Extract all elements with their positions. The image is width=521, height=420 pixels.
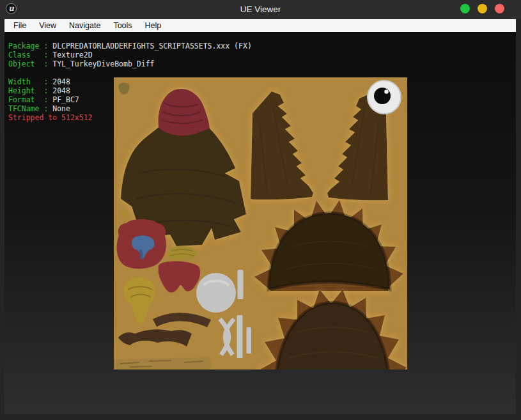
info-value: 2048 xyxy=(52,86,70,95)
window-button-yellow[interactable] xyxy=(478,4,487,13)
info-value: PF_BC7 xyxy=(52,95,79,104)
info-label: TFCName : xyxy=(8,104,52,113)
info-row: Package : DLCPREDATORLADDERFIGHTS_SCRIPT… xyxy=(8,42,252,51)
eyeball-shape xyxy=(368,81,401,114)
head-skin-shape xyxy=(117,219,166,268)
info-label: Format : xyxy=(8,95,52,104)
texture-canvas xyxy=(114,77,407,369)
eye-ring-shape xyxy=(196,273,236,313)
info-label: Width : xyxy=(8,77,52,86)
content-area: Package : DLCPREDATORLADDERFIGHTS_SCRIPT… xyxy=(4,32,516,414)
menu-item-view[interactable]: View xyxy=(33,19,63,32)
info-value: 2048 xyxy=(52,77,70,86)
info-row xyxy=(8,68,252,77)
menu-bar: FileViewNavigateToolsHelp xyxy=(4,19,516,32)
info-value: TYL_TurkeyDiveBomb_Diff xyxy=(52,59,154,68)
info-value: DLCPREDATORLADDERFIGHTS_SCRIPTASSETS.xxx… xyxy=(52,42,252,51)
info-row: Object : TYL_TurkeyDiveBomb_Diff xyxy=(8,59,252,68)
window-button-green[interactable] xyxy=(460,4,470,13)
beak-top-shape xyxy=(167,246,197,260)
info-row: Class : Texture2D xyxy=(8,51,252,59)
texture-preview[interactable] xyxy=(114,77,407,369)
menu-item-help[interactable]: Help xyxy=(139,19,168,32)
menu-item-tools[interactable]: Tools xyxy=(107,19,138,32)
menu-item-file[interactable]: File xyxy=(7,19,33,32)
title-bar[interactable]: u UE Viewer xyxy=(0,0,521,19)
info-label: Package : xyxy=(8,42,52,51)
window-title: UE Viewer xyxy=(0,0,521,19)
info-label: Height : xyxy=(8,86,52,95)
ue-viewer-window: { "window": { "title": "UE Viewer" }, "t… xyxy=(0,0,521,420)
info-label: Class : xyxy=(8,51,52,59)
window-button-red[interactable] xyxy=(495,4,504,13)
menu-item-navigate[interactable]: Navigate xyxy=(63,19,107,32)
window-controls xyxy=(460,4,504,13)
info-label: Object : xyxy=(8,59,52,68)
metal-bar xyxy=(238,270,244,299)
info-value: Texture2D xyxy=(52,51,92,59)
small-dot xyxy=(121,212,127,217)
info-value: None xyxy=(52,104,70,113)
wood-strip xyxy=(114,357,212,369)
